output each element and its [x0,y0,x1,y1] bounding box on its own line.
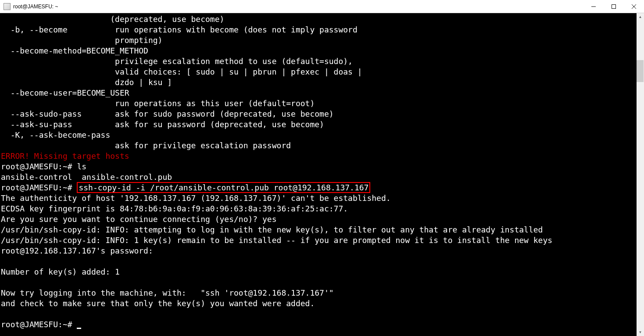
output-line: The authenticity of host '192.168.137.16… [1,193,391,203]
help-line: privilege escalation method to use (defa… [1,57,353,66]
help-line: -b, --become run operations with become … [1,25,358,34]
help-line: --ask-sudo-pass ask for sudo password (d… [1,109,334,118]
help-line: --ask-su-pass ask for su password (depre… [1,120,324,129]
svg-rect-1 [612,4,616,8]
scrollbar-down-arrow[interactable]: ▼ [637,329,644,336]
close-button[interactable] [624,0,644,13]
help-line: ask for privilege escalation password [1,141,291,150]
window-controls [583,0,644,13]
prompt: root@JAMESFU:~# [1,183,77,192]
highlighted-command: ssh-copy-id -i /root/ansible-control.pub… [77,182,370,193]
vertical-scrollbar[interactable]: ▲ ▼ [637,13,644,336]
output-line: root@192.168.137.167's password: [1,246,153,255]
terminal-output[interactable]: (deprecated, use become) -b, --become ru… [0,13,637,336]
help-line: -K, --ask-become-pass [1,130,110,139]
prompt: root@JAMESFU:~# [1,320,77,329]
output-line: /usr/bin/ssh-copy-id: INFO: 1 key(s) rem… [1,236,552,245]
window-titlebar: root@JAMESFU: ~ [0,0,644,13]
minimize-button[interactable] [583,0,604,13]
scrollbar-track[interactable] [637,21,644,329]
terminal-area: (deprecated, use become) -b, --become ru… [0,13,644,336]
terminal-cursor [77,328,81,329]
app-icon [4,3,11,10]
output-line: ECDSA key fingerprint is 84:78:b6:9a:0a:… [1,204,348,213]
output-line: Now try logging into the machine, with: … [1,288,334,297]
help-line: prompting) [1,36,162,45]
help-line: run operations as this user (default=roo… [1,99,315,108]
scrollbar-thumb[interactable] [637,60,644,82]
help-line: (deprecated, use become) [1,14,224,24]
command: ls [77,162,86,171]
maximize-button[interactable] [604,0,624,13]
output-line: Are you sure you want to continue connec… [1,214,277,224]
output-line: Number of key(s) added: 1 [1,267,120,276]
help-line: --become-method=BECOME_METHOD [1,46,148,55]
output-line: /usr/bin/ssh-copy-id: INFO: attempting t… [1,225,543,234]
ls-output: ansible-control ansible-control.pub [1,172,172,182]
output-line: and check to make sure that only the key… [1,299,315,308]
error-message: ERROR! Missing target hosts [1,151,129,161]
window-title: root@JAMESFU: ~ [13,4,583,10]
prompt: root@JAMESFU:~# [1,162,77,171]
help-line: valid choices: [ sudo | su | pbrun | pfe… [1,67,362,76]
help-line: --become-user=BECOME_USER [1,88,129,97]
help-line: dzdo | ksu ] [1,78,172,87]
scrollbar-up-arrow[interactable]: ▲ [637,13,644,21]
